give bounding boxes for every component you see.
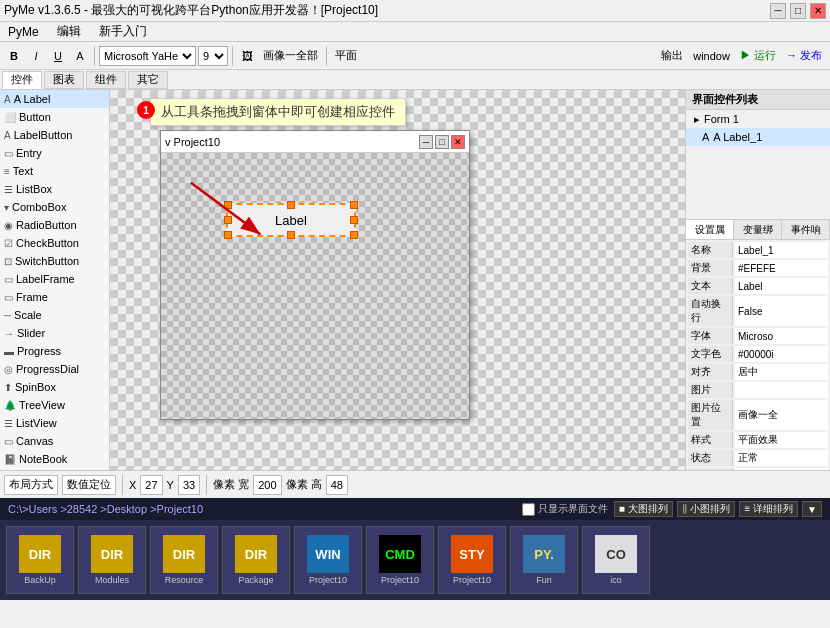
prop-value[interactable]: Microso [735, 328, 828, 344]
sidebar-item-checkbutton[interactable]: ☑ CheckButton [0, 234, 109, 252]
underline-button[interactable]: U [48, 45, 68, 67]
designer-close[interactable]: ✕ [451, 135, 465, 149]
prop-name: 自动换行 [688, 296, 733, 326]
sidebar-item-label[interactable]: A A Label [0, 90, 109, 108]
taskbar-item[interactable]: DIR Resource [150, 526, 218, 594]
font-size-select[interactable]: 9 [198, 46, 228, 66]
font-select[interactable]: Microsoft YaHe [99, 46, 196, 66]
props-tab-bindings[interactable]: 变量绑 [734, 220, 782, 239]
bold-button[interactable]: B [4, 45, 24, 67]
taskbar-item[interactable]: DIR Package [222, 526, 290, 594]
prop-value[interactable]: Label [735, 278, 828, 294]
layout-button[interactable]: 平面 [331, 45, 361, 67]
component-tabs: 控件 图表 组件 其它 [0, 70, 830, 90]
run-button[interactable]: ▶ 运行 [736, 45, 780, 67]
resize-handle-ml[interactable] [224, 216, 232, 224]
minimize-button[interactable]: ─ [770, 3, 786, 19]
tree-item-label1[interactable]: A A Label_1 [686, 128, 830, 146]
taskbar-item[interactable]: PY. Fun [510, 526, 578, 594]
menu-pyme[interactable]: PyMe [4, 25, 43, 39]
taskbar-item[interactable]: DIR BackUp [6, 526, 74, 594]
designer-maximize[interactable]: □ [435, 135, 449, 149]
prop-row: 状态正常 [688, 450, 828, 466]
resize-handle-br[interactable] [350, 231, 358, 239]
sidebar: A A Label ⬜ Button A LabelButton ▭ Entry… [0, 90, 110, 470]
taskbar-item[interactable]: STY Project10 [438, 526, 506, 594]
tab-other[interactable]: 其它 [128, 71, 168, 89]
label-widget[interactable]: Label [226, 203, 356, 237]
prop-value[interactable]: 0 [735, 468, 828, 470]
taskbar-item[interactable]: CO ico [582, 526, 650, 594]
prop-value[interactable]: 正常 [735, 450, 828, 466]
close-button[interactable]: ✕ [810, 3, 826, 19]
prop-value[interactable]: 画像一全 [735, 400, 828, 430]
sidebar-item-spinbox[interactable]: ⬆ SpinBox [0, 378, 109, 396]
layout-mode[interactable]: 布局方式 [4, 475, 58, 495]
menu-edit[interactable]: 编辑 [53, 23, 85, 40]
labelbutton-icon: A [4, 130, 11, 141]
prop-value[interactable]: Label_1 [735, 242, 828, 258]
sidebar-item-button[interactable]: ⬜ Button [0, 108, 109, 126]
taskbar-item[interactable]: DIR Modules [78, 526, 146, 594]
big-icon-button[interactable]: ■ 大图排列 [614, 501, 673, 517]
prop-value[interactable]: False [735, 296, 828, 326]
show-ui-only[interactable]: 只显示界面文件 [522, 502, 608, 516]
sidebar-item-text[interactable]: ≡ Text [0, 162, 109, 180]
sidebar-item-labelframe[interactable]: ▭ LabelFrame [0, 270, 109, 288]
sidebar-item-treeview[interactable]: 🌲 TreeView [0, 396, 109, 414]
image-button[interactable]: 🖼 [237, 45, 257, 67]
maximize-button[interactable]: □ [790, 3, 806, 19]
show-ui-checkbox[interactable] [522, 503, 535, 516]
sidebar-item-switchbutton[interactable]: ⊡ SwitchButton [0, 252, 109, 270]
sidebar-item-canvas[interactable]: ▭ Canvas [0, 432, 109, 450]
sidebar-item-radiobutton[interactable]: ◉ RadioButton [0, 216, 109, 234]
canvas-area[interactable]: 1 从工具条拖拽到窗体中即可创建相应控件 v Project10 ─ □ ✕ L… [110, 90, 685, 470]
designer-minimize[interactable]: ─ [419, 135, 433, 149]
designer-body[interactable]: Label [161, 153, 469, 419]
tree-item-form1[interactable]: ▸ Form 1 [686, 110, 830, 128]
prop-value[interactable]: 平面效果 [735, 432, 828, 448]
tab-charts[interactable]: 图表 [44, 71, 84, 89]
small-icon-button[interactable]: ‖ 小图排列 [677, 501, 736, 517]
sort-button[interactable]: ▼ [802, 501, 822, 517]
sidebar-item-panedwindow[interactable]: ▭ PanedWindow [0, 468, 109, 470]
sidebar-item-progressdial[interactable]: ◎ ProgressDial [0, 360, 109, 378]
taskbar-item[interactable]: CMD Project10 [366, 526, 434, 594]
tab-components[interactable]: 组件 [86, 71, 126, 89]
sidebar-item-progress[interactable]: ▬ Progress [0, 342, 109, 360]
prop-value[interactable]: 居中 [735, 364, 828, 380]
tab-controls[interactable]: 控件 [2, 71, 42, 89]
sidebar-item-listbox[interactable]: ☰ ListBox [0, 180, 109, 198]
props-tab-events[interactable]: 事件响 [782, 220, 830, 239]
props-tab-settings[interactable]: 设置属 [686, 220, 734, 239]
sidebar-item-entry[interactable]: ▭ Entry [0, 144, 109, 162]
sidebar-item-slider[interactable]: → Slider [0, 324, 109, 342]
sidebar-item-listview[interactable]: ☰ ListView [0, 414, 109, 432]
prop-value[interactable]: #EFEFE [735, 260, 828, 276]
prop-name: 名称 [688, 242, 733, 258]
taskbar-item[interactable]: WIN Project10 [294, 526, 362, 594]
detail-icon-button[interactable]: ≡ 详细排列 [739, 501, 798, 517]
resize-handle-bl[interactable] [224, 231, 232, 239]
resize-handle-tr[interactable] [350, 201, 358, 209]
align-button[interactable]: A [70, 45, 90, 67]
resize-handle-mr[interactable] [350, 216, 358, 224]
resize-handle-tl[interactable] [224, 201, 232, 209]
position-mode[interactable]: 数值定位 [62, 475, 116, 495]
sidebar-item-scale[interactable]: ─ Scale [0, 306, 109, 324]
sidebar-item-labelbutton[interactable]: A LabelButton [0, 126, 109, 144]
sidebar-item-frame[interactable]: ▭ Frame [0, 288, 109, 306]
resize-handle-bm[interactable] [287, 231, 295, 239]
sidebar-item-combobox[interactable]: ▾ ComboBox [0, 198, 109, 216]
prop-value[interactable] [735, 382, 828, 398]
image-all-button[interactable]: 画像一全部 [259, 45, 322, 67]
output-button[interactable]: 输出 [657, 45, 687, 67]
italic-button[interactable]: I [26, 45, 46, 67]
window-button[interactable]: window [689, 45, 734, 67]
switchbutton-icon: ⊡ [4, 256, 12, 267]
launch-button[interactable]: → 发布 [782, 45, 826, 67]
sidebar-item-notebook[interactable]: 📓 NoteBook [0, 450, 109, 468]
resize-handle-tm[interactable] [287, 201, 295, 209]
menu-beginner[interactable]: 新手入门 [95, 23, 151, 40]
prop-value[interactable]: #00000i [735, 346, 828, 362]
